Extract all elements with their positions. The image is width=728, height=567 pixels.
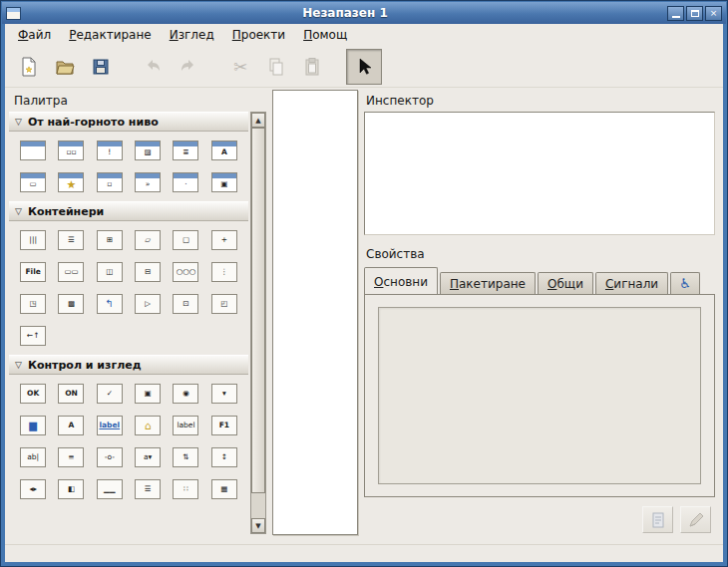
menu-help[interactable]: Помощ [294,25,356,45]
palette-item-toggle-button[interactable]: ON [58,384,84,404]
palette-scrollbar[interactable]: ▲ ▼ [250,112,266,534]
palette-item-button[interactable]: OK [20,384,46,404]
palette-item-menubar[interactable]: File [20,262,46,282]
section-label: Контейнери [28,205,104,218]
open-folder-icon [54,56,76,78]
palette-item-arrow[interactable]: ▷ [135,294,161,314]
palette-item-assistant[interactable]: » [135,172,161,192]
properties-doc-button [642,506,673,533]
palette-item-notebook[interactable]: ▱ [135,230,161,250]
palette-item-label[interactable]: label [173,416,198,435]
palette-item-list[interactable]: ☰ [135,479,161,499]
palette-section-toplevel-header[interactable]: ▽ От най-горното ниво [9,112,248,132]
palette-item-vbuttonbox[interactable]: ⋮ [211,262,237,282]
tab-general[interactable]: Основни [364,267,438,295]
palette-item-hbuttonbox[interactable]: ▭▭ [58,262,84,282]
palette-item-tree-view[interactable]: ▦ [211,479,237,499]
palette-item-message-dialog[interactable]: ! [97,141,123,160]
palette-item-vbox[interactable]: ☰ [58,230,84,250]
menu-view[interactable]: Изглед [161,25,223,45]
palette-item-image[interactable]: ⌂ [135,416,161,435]
client-area: Файл Редактиране Изглед Проекти Помощ [5,24,723,562]
palette-item-plug[interactable]: ▫ [97,172,123,192]
undo-icon [142,56,164,78]
palette-item-check-button[interactable]: ✓ [97,384,123,404]
palette-item-radio-button[interactable]: ◉ [173,384,198,404]
scroll-down-button[interactable]: ▼ [251,518,265,533]
menu-file[interactable]: Файл [9,25,60,45]
copy-pages-icon [265,56,287,78]
minimize-button[interactable] [667,6,684,21]
palette-item-statusbar[interactable]: ▁▁ [97,479,123,499]
redo-icon [178,56,199,78]
palette-item-frame[interactable]: ▢ [173,230,198,250]
tab-common[interactable]: Общи [538,272,593,295]
new-button[interactable] [11,49,47,85]
palette-item-text-view[interactable]: ≡ [58,447,84,467]
menu-projects[interactable]: Проекти [223,25,294,45]
palette-item-toolbar[interactable]: ○○○ [173,262,198,282]
palette-item-viewport[interactable]: ⊡ [173,294,198,314]
arrow-down-icon: ▼ [255,522,260,530]
pencil-icon [687,511,705,529]
palette-item-hscrollbar[interactable]: ◂▸ [20,479,46,499]
close-icon: × [710,8,718,18]
palette-item-file-selection-dialog[interactable]: ≣ [173,141,198,160]
palette-item-aspect-frame[interactable]: ◰ [211,294,237,314]
palette-item-entry[interactable]: ab| [20,447,46,467]
palette-item-spin-button[interactable]: ⇅ [173,447,198,467]
palette-item-combo-box-entry[interactable]: a▾ [135,447,161,467]
tab-packing[interactable]: Пакетиране [440,272,536,295]
palette-item-table[interactable]: ⊞ [97,230,123,250]
save-button[interactable] [83,49,119,85]
palette-item-color-selection-dialog[interactable]: ▨ [135,141,161,160]
palette-section-containers-header[interactable]: ▽ Контейнери [9,201,248,221]
palette-item-vpaned[interactable]: ⊟ [135,262,161,282]
palette-item-icon-view[interactable]: ∷ [173,479,198,499]
palette-item-stock-button[interactable]: ▆ [20,416,46,435]
arrow-up-icon: ▲ [255,117,260,125]
design-canvas[interactable] [272,90,358,535]
palette-item-dialog[interactable]: ▫▫ [58,141,84,160]
palette-item-link-label[interactable]: label [97,416,123,435]
palette-item-hscale[interactable]: -o- [97,447,123,467]
tab-signals[interactable]: Сигнали [595,272,668,295]
palette-item-handle-box[interactable]: ↰ [97,294,123,314]
palette-item-window[interactable] [20,141,46,160]
titlebar[interactable]: Незапазен 1 × [2,2,726,24]
palette-item-fixed[interactable]: + [211,230,237,250]
palette-item-splash-screen[interactable]: · [173,172,198,192]
open-button[interactable] [47,49,83,85]
palette-item-progress-bar[interactable]: ◧ [58,479,84,499]
maximize-button[interactable] [686,6,703,21]
palette-item-layout[interactable]: ▩ [58,294,84,314]
palette-item-vscale[interactable]: ↕ [211,447,237,467]
window-title: Незапазен 1 [25,6,665,20]
palette-item-hbox[interactable]: ||| [20,230,46,250]
scroll-up-button[interactable]: ▲ [251,113,265,128]
tab-accessibility[interactable]: ♿ [670,272,700,295]
selector-button[interactable] [346,49,382,85]
palette-item-alignment[interactable]: ←↑ [20,326,46,346]
menu-edit[interactable]: Редактиране [60,25,161,45]
palette-section-controls-header[interactable]: ▽ Контрол и изглед [9,355,248,375]
palette-item-option-menu[interactable]: ▣ [135,384,161,404]
palette-item-input-dialog[interactable]: ▭ [20,172,46,192]
palette-item-combo-box[interactable]: ▾ [211,384,237,404]
inspector-tree[interactable] [364,112,715,235]
scrollbar-thumb[interactable] [251,128,265,493]
app-icon [6,7,21,20]
redo-button [171,49,206,85]
palette-item-accelerator[interactable]: F1 [211,416,237,435]
palette-item-socket[interactable]: ▣ [211,172,237,192]
document-icon [649,511,667,529]
palette-item-about-dialog[interactable]: ★ [58,172,84,192]
palette-item-scrolled-window[interactable]: ◳ [20,294,46,314]
palette-item-accel-label[interactable]: A [58,416,84,435]
inspector-title: Инспектор [366,94,434,108]
palette-item-hpaned[interactable]: ◫ [97,262,123,282]
window-frame: Незапазен 1 × Файл Редактиране Изглед Пр… [0,0,728,567]
close-button[interactable]: × [705,6,722,21]
palette-item-font-selection-dialog[interactable]: A [211,141,237,160]
properties-title: Свойства [366,247,425,261]
